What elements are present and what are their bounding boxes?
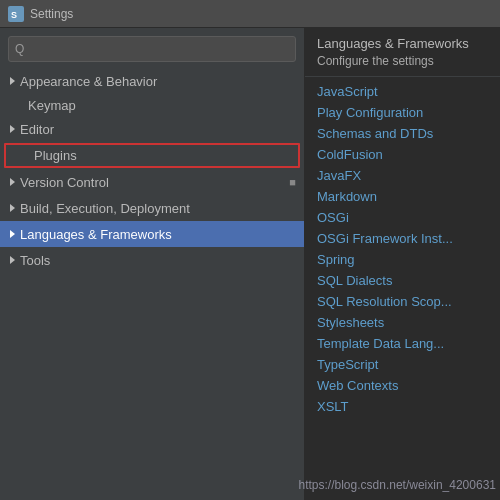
sidebar-item-label: Tools bbox=[20, 253, 50, 268]
right-list-item[interactable]: SQL Resolution Scop... bbox=[305, 291, 500, 312]
right-list-item[interactable]: Markdown bbox=[305, 186, 500, 207]
sidebar-item-label: Version Control bbox=[20, 175, 109, 190]
right-list-item[interactable]: ColdFusion bbox=[305, 144, 500, 165]
right-list-item[interactable]: Play Configuration bbox=[305, 102, 500, 123]
right-list-item[interactable]: OSGi bbox=[305, 207, 500, 228]
main-container: Q Appearance & Behavior Keymap Editor bbox=[0, 28, 500, 500]
right-panel-title: Languages & Frameworks bbox=[317, 36, 488, 51]
sidebar-item-languages[interactable]: Languages & Frameworks bbox=[0, 221, 304, 247]
search-input[interactable] bbox=[28, 42, 289, 56]
expand-arrow-icon bbox=[10, 204, 15, 212]
right-list-item[interactable]: Web Contexts bbox=[305, 375, 500, 396]
sidebar-item-label: Languages & Frameworks bbox=[20, 227, 172, 242]
sidebar-item-appearance[interactable]: Appearance & Behavior bbox=[0, 68, 304, 94]
right-list-item[interactable]: JavaScript bbox=[305, 81, 500, 102]
right-list-item[interactable]: Stylesheets bbox=[305, 312, 500, 333]
expand-arrow-icon bbox=[10, 77, 15, 85]
sidebar-item-label: Keymap bbox=[28, 98, 76, 113]
search-box[interactable]: Q bbox=[8, 36, 296, 62]
sidebar-item-plugins[interactable]: Plugins bbox=[4, 143, 300, 168]
title-bar: S Settings bbox=[0, 0, 500, 28]
expand-arrow-icon bbox=[10, 125, 15, 133]
sidebar-item-label: Editor bbox=[20, 122, 54, 137]
svg-text:S: S bbox=[11, 10, 17, 20]
sidebar-item-label: Build, Execution, Deployment bbox=[20, 201, 190, 216]
right-panel-list: JavaScriptPlay ConfigurationSchemas and … bbox=[305, 77, 500, 489]
sidebar-nav: Appearance & Behavior Keymap Editor Plug… bbox=[0, 68, 304, 500]
sidebar-item-build[interactable]: Build, Execution, Deployment bbox=[0, 195, 304, 221]
right-list-item[interactable]: Schemas and DTDs bbox=[305, 123, 500, 144]
right-list-item[interactable]: TypeScript bbox=[305, 354, 500, 375]
right-list-item[interactable]: SQL Dialects bbox=[305, 270, 500, 291]
right-list-item[interactable]: Template Data Lang... bbox=[305, 333, 500, 354]
app-icon: S bbox=[8, 6, 24, 22]
right-list-item[interactable]: JavaFX bbox=[305, 165, 500, 186]
right-panel-description: Configure the settings bbox=[317, 54, 488, 68]
right-panel: Languages & Frameworks Configure the set… bbox=[305, 28, 500, 500]
sidebar-item-label: Appearance & Behavior bbox=[20, 74, 157, 89]
expand-arrow-icon bbox=[10, 256, 15, 264]
search-container: Q bbox=[0, 28, 304, 68]
file-icon: ■ bbox=[289, 176, 296, 188]
sidebar-item-editor[interactable]: Editor bbox=[0, 116, 304, 142]
expand-arrow-icon bbox=[10, 230, 15, 238]
search-icon: Q bbox=[15, 42, 24, 56]
sidebar-item-label: Plugins bbox=[34, 148, 77, 163]
sidebar-item-keymap[interactable]: Keymap bbox=[0, 94, 304, 116]
expand-arrow-icon bbox=[10, 178, 15, 186]
sidebar-item-tools[interactable]: Tools bbox=[0, 247, 304, 273]
sidebar-item-version-control[interactable]: Version Control ■ bbox=[0, 169, 304, 195]
right-list-item[interactable]: Spring bbox=[305, 249, 500, 270]
window-title: Settings bbox=[30, 7, 73, 21]
right-list-item[interactable]: OSGi Framework Inst... bbox=[305, 228, 500, 249]
right-panel-header: Languages & Frameworks Configure the set… bbox=[305, 28, 500, 77]
right-list-item[interactable]: XSLT bbox=[305, 396, 500, 417]
sidebar: Q Appearance & Behavior Keymap Editor bbox=[0, 28, 305, 500]
